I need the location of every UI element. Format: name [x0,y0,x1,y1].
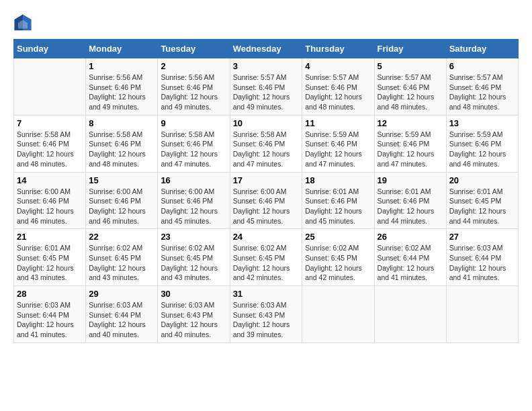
day-info: Sunrise: 6:03 AM Sunset: 6:44 PM Dayligh… [449,243,515,283]
day-number: 20 [449,175,515,185]
header-row: SundayMondayTuesdayWednesdayThursdayFrid… [14,40,519,58]
day-number: 10 [233,118,300,128]
calendar-cell: 25Sunrise: 6:02 AM Sunset: 6:45 PM Dayli… [302,229,374,286]
day-number: 14 [17,175,83,185]
calendar-cell: 22Sunrise: 6:02 AM Sunset: 6:45 PM Dayli… [86,229,158,286]
calendar-cell: 1Sunrise: 5:56 AM Sunset: 6:46 PM Daylig… [86,58,158,116]
day-number: 13 [449,118,515,128]
calendar-cell: 15Sunrise: 6:00 AM Sunset: 6:46 PM Dayli… [86,172,158,229]
day-info: Sunrise: 5:57 AM Sunset: 6:46 PM Dayligh… [449,73,515,112]
day-number: 31 [233,289,300,299]
calendar-cell [446,286,518,343]
day-number: 17 [233,175,300,185]
calendar-cell: 26Sunrise: 6:02 AM Sunset: 6:44 PM Dayli… [374,229,446,286]
day-number: 23 [161,232,226,242]
day-info: Sunrise: 6:03 AM Sunset: 6:44 PM Dayligh… [89,300,154,340]
calendar-cell: 17Sunrise: 6:00 AM Sunset: 6:46 PM Dayli… [230,172,302,229]
day-number: 1 [89,61,154,71]
calendar-cell: 24Sunrise: 6:02 AM Sunset: 6:45 PM Dayli… [230,229,302,286]
day-number: 12 [378,118,443,128]
calendar-cell [14,58,86,116]
calendar-cell: 8Sunrise: 5:58 AM Sunset: 6:46 PM Daylig… [86,115,158,172]
calendar-cell: 11Sunrise: 5:59 AM Sunset: 6:46 PM Dayli… [302,115,374,172]
day-info: Sunrise: 6:01 AM Sunset: 6:45 PM Dayligh… [449,187,515,226]
day-info: Sunrise: 5:56 AM Sunset: 6:46 PM Dayligh… [89,73,154,112]
day-number: 19 [378,175,443,185]
logo-icon [13,13,32,32]
day-info: Sunrise: 5:57 AM Sunset: 6:46 PM Dayligh… [305,73,371,112]
calendar-cell: 5Sunrise: 5:57 AM Sunset: 6:46 PM Daylig… [374,58,446,116]
day-info: Sunrise: 5:58 AM Sunset: 6:46 PM Dayligh… [17,130,83,169]
day-info: Sunrise: 6:03 AM Sunset: 6:43 PM Dayligh… [161,300,226,340]
calendar-cell: 23Sunrise: 6:02 AM Sunset: 6:45 PM Dayli… [158,229,230,286]
day-number: 24 [233,232,300,242]
calendar-cell: 4Sunrise: 5:57 AM Sunset: 6:46 PM Daylig… [302,58,374,116]
day-info: Sunrise: 6:03 AM Sunset: 6:44 PM Dayligh… [17,300,83,340]
calendar-cell: 7Sunrise: 5:58 AM Sunset: 6:46 PM Daylig… [14,115,86,172]
calendar-cell: 2Sunrise: 5:56 AM Sunset: 6:46 PM Daylig… [158,58,230,116]
calendar-cell: 18Sunrise: 6:01 AM Sunset: 6:46 PM Dayli… [302,172,374,229]
day-number: 4 [305,61,371,71]
day-number: 29 [89,289,154,299]
day-number: 2 [161,61,226,71]
calendar-header: SundayMondayTuesdayWednesdayThursdayFrid… [14,40,519,58]
calendar-cell: 3Sunrise: 5:57 AM Sunset: 6:46 PM Daylig… [230,58,302,116]
day-number: 28 [17,289,83,299]
calendar-cell: 9Sunrise: 5:58 AM Sunset: 6:46 PM Daylig… [158,115,230,172]
day-number: 22 [89,232,154,242]
calendar-table: SundayMondayTuesdayWednesdayThursdayFrid… [13,39,519,343]
day-number: 5 [378,61,443,71]
day-info: Sunrise: 5:58 AM Sunset: 6:46 PM Dayligh… [233,130,300,169]
calendar-cell: 6Sunrise: 5:57 AM Sunset: 6:46 PM Daylig… [446,58,518,116]
day-number: 30 [161,289,226,299]
day-number: 16 [161,175,226,185]
day-info: Sunrise: 6:01 AM Sunset: 6:46 PM Dayligh… [305,187,371,226]
week-row-4: 21Sunrise: 6:01 AM Sunset: 6:45 PM Dayli… [14,229,519,286]
calendar-cell [302,286,374,343]
logo [13,13,35,32]
calendar-cell: 19Sunrise: 6:01 AM Sunset: 6:46 PM Dayli… [374,172,446,229]
day-info: Sunrise: 6:00 AM Sunset: 6:46 PM Dayligh… [161,187,226,226]
header-day-thursday: Thursday [302,40,374,58]
calendar-cell: 21Sunrise: 6:01 AM Sunset: 6:45 PM Dayli… [14,229,86,286]
calendar-cell: 10Sunrise: 5:58 AM Sunset: 6:46 PM Dayli… [230,115,302,172]
day-info: Sunrise: 6:02 AM Sunset: 6:45 PM Dayligh… [89,243,154,283]
header-day-saturday: Saturday [446,40,518,58]
day-number: 11 [305,118,371,128]
day-info: Sunrise: 5:59 AM Sunset: 6:46 PM Dayligh… [378,130,443,169]
day-info: Sunrise: 6:01 AM Sunset: 6:45 PM Dayligh… [17,243,83,283]
calendar-body: 1Sunrise: 5:56 AM Sunset: 6:46 PM Daylig… [14,58,519,343]
day-number: 9 [161,118,226,128]
page-header [13,13,519,32]
day-info: Sunrise: 5:58 AM Sunset: 6:46 PM Dayligh… [161,130,226,169]
header-day-tuesday: Tuesday [158,40,230,58]
day-info: Sunrise: 6:00 AM Sunset: 6:46 PM Dayligh… [233,187,300,226]
day-info: Sunrise: 6:03 AM Sunset: 6:43 PM Dayligh… [233,300,300,340]
day-info: Sunrise: 6:02 AM Sunset: 6:45 PM Dayligh… [233,243,300,283]
week-row-1: 1Sunrise: 5:56 AM Sunset: 6:46 PM Daylig… [14,58,519,116]
calendar-cell: 14Sunrise: 6:00 AM Sunset: 6:46 PM Dayli… [14,172,86,229]
day-info: Sunrise: 5:57 AM Sunset: 6:46 PM Dayligh… [233,73,300,112]
calendar-cell: 28Sunrise: 6:03 AM Sunset: 6:44 PM Dayli… [14,286,86,343]
calendar-cell: 27Sunrise: 6:03 AM Sunset: 6:44 PM Dayli… [446,229,518,286]
day-info: Sunrise: 6:02 AM Sunset: 6:45 PM Dayligh… [305,243,371,283]
calendar-cell: 16Sunrise: 6:00 AM Sunset: 6:46 PM Dayli… [158,172,230,229]
calendar-cell: 29Sunrise: 6:03 AM Sunset: 6:44 PM Dayli… [86,286,158,343]
day-info: Sunrise: 5:59 AM Sunset: 6:46 PM Dayligh… [305,130,371,169]
header-day-friday: Friday [374,40,446,58]
calendar-cell: 31Sunrise: 6:03 AM Sunset: 6:43 PM Dayli… [230,286,302,343]
day-info: Sunrise: 6:01 AM Sunset: 6:46 PM Dayligh… [378,187,443,226]
day-info: Sunrise: 5:56 AM Sunset: 6:46 PM Dayligh… [161,73,226,112]
day-info: Sunrise: 5:57 AM Sunset: 6:46 PM Dayligh… [378,73,443,112]
calendar-cell: 13Sunrise: 5:59 AM Sunset: 6:46 PM Dayli… [446,115,518,172]
calendar-cell: 30Sunrise: 6:03 AM Sunset: 6:43 PM Dayli… [158,286,230,343]
day-number: 3 [233,61,300,71]
day-info: Sunrise: 6:00 AM Sunset: 6:46 PM Dayligh… [89,187,154,226]
week-row-3: 14Sunrise: 6:00 AM Sunset: 6:46 PM Dayli… [14,172,519,229]
header-day-sunday: Sunday [14,40,86,58]
day-number: 6 [449,61,515,71]
day-number: 25 [305,232,371,242]
day-number: 26 [378,232,443,242]
day-number: 21 [17,232,83,242]
day-number: 15 [89,175,154,185]
